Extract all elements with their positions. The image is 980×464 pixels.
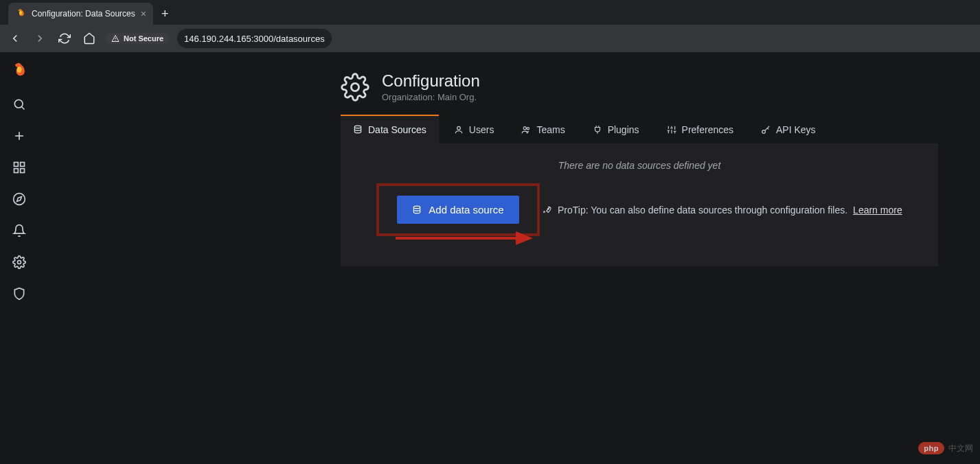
tab-label: API Keys: [776, 124, 816, 135]
tab-label: Plugins: [608, 124, 639, 135]
content-panel: There are no data sources defined yet Ad…: [341, 143, 938, 266]
svg-point-15: [457, 126, 460, 130]
sliders-icon: [667, 125, 676, 135]
warning-icon: [111, 34, 119, 43]
home-button[interactable]: [81, 30, 98, 47]
svg-rect-7: [21, 163, 25, 167]
svg-marker-11: [17, 197, 22, 202]
browser-chrome: Configuration: Data Sources × + Not Secu…: [0, 0, 980, 52]
alerting-icon[interactable]: [11, 222, 27, 239]
not-secure-badge[interactable]: Not Secure: [106, 33, 169, 44]
key-icon: [761, 125, 771, 135]
empty-state-message: There are no data sources defined yet: [357, 160, 922, 171]
browser-tab[interactable]: Configuration: Data Sources ×: [8, 3, 153, 25]
svg-point-10: [14, 194, 25, 205]
users-icon: [521, 125, 531, 135]
main-content: Configuration Organization: Main Org. Da…: [38, 52, 980, 464]
add-data-source-button[interactable]: Add data source: [397, 196, 519, 224]
svg-point-16: [524, 127, 527, 130]
grafana-favicon: [15, 8, 26, 19]
svg-point-27: [762, 130, 766, 134]
watermark-text: 中文网: [948, 443, 973, 454]
sidebar: [0, 52, 38, 464]
svg-point-12: [18, 261, 21, 264]
database-icon: [353, 125, 363, 135]
tab-data-sources[interactable]: Data Sources: [341, 115, 439, 143]
grafana-logo[interactable]: [10, 62, 29, 81]
app: Configuration Organization: Main Org. Da…: [0, 52, 980, 464]
tab-label: Data Sources: [368, 124, 426, 135]
database-icon: [412, 205, 422, 215]
learn-more-link[interactable]: Learn more: [853, 205, 902, 216]
page-header: Configuration Organization: Main Org.: [38, 52, 980, 115]
svg-rect-8: [14, 169, 19, 173]
svg-point-2: [14, 100, 23, 108]
gear-icon: [341, 73, 369, 102]
tab-label: Teams: [536, 124, 565, 135]
address-bar: Not Secure 146.190.244.165:3000/datasour…: [0, 25, 980, 52]
watermark-pill: php: [918, 442, 944, 454]
svg-point-28: [414, 206, 420, 209]
forward-button[interactable]: [32, 30, 48, 47]
admin-icon[interactable]: [11, 286, 27, 302]
tab-api-keys[interactable]: API Keys: [749, 115, 828, 143]
protip-text: ProTip: You can also define data sources…: [558, 205, 847, 216]
rocket-icon: [543, 205, 552, 215]
tab-bar: Configuration: Data Sources × +: [0, 0, 980, 25]
user-icon: [454, 125, 464, 135]
create-icon[interactable]: [11, 128, 27, 144]
plug-icon: [593, 125, 602, 135]
configuration-icon[interactable]: [11, 254, 27, 270]
svg-point-14: [354, 126, 361, 128]
svg-rect-6: [14, 163, 19, 167]
dashboards-icon[interactable]: [11, 159, 27, 176]
tab-preferences[interactable]: Preferences: [654, 115, 746, 143]
watermark: php 中文网: [918, 442, 973, 454]
svg-point-1: [115, 40, 116, 41]
protip-row: ProTip: You can also define data sources…: [543, 205, 902, 216]
svg-point-17: [527, 128, 529, 130]
page-subtitle: Organization: Main Org.: [382, 92, 480, 102]
tab-title: Configuration: Data Sources: [32, 9, 135, 19]
svg-point-13: [351, 83, 358, 91]
tab-label: Users: [469, 124, 494, 135]
url-field[interactable]: 146.190.244.165:3000/datasources: [177, 29, 332, 48]
reload-button[interactable]: [56, 30, 73, 47]
not-secure-text: Not Secure: [124, 34, 163, 43]
add-button-label: Add data source: [429, 204, 503, 216]
svg-line-3: [22, 107, 25, 110]
url-text: 146.190.244.165:3000/datasources: [184, 34, 325, 44]
close-icon[interactable]: ×: [141, 8, 146, 19]
search-icon[interactable]: [11, 96, 27, 113]
new-tab-button[interactable]: +: [153, 3, 177, 25]
annotation-highlight: Add data source: [376, 183, 539, 236]
tabs-row: Data Sources Users Teams Plugins Prefere…: [38, 115, 980, 143]
tab-plugins[interactable]: Plugins: [580, 115, 652, 143]
svg-point-29: [547, 208, 548, 209]
tab-label: Preferences: [682, 124, 733, 135]
explore-icon[interactable]: [11, 191, 27, 207]
page-title: Configuration: [382, 71, 480, 91]
tab-users[interactable]: Users: [442, 115, 507, 143]
tab-teams[interactable]: Teams: [509, 115, 577, 143]
back-button[interactable]: [7, 30, 23, 47]
svg-rect-9: [21, 169, 25, 173]
